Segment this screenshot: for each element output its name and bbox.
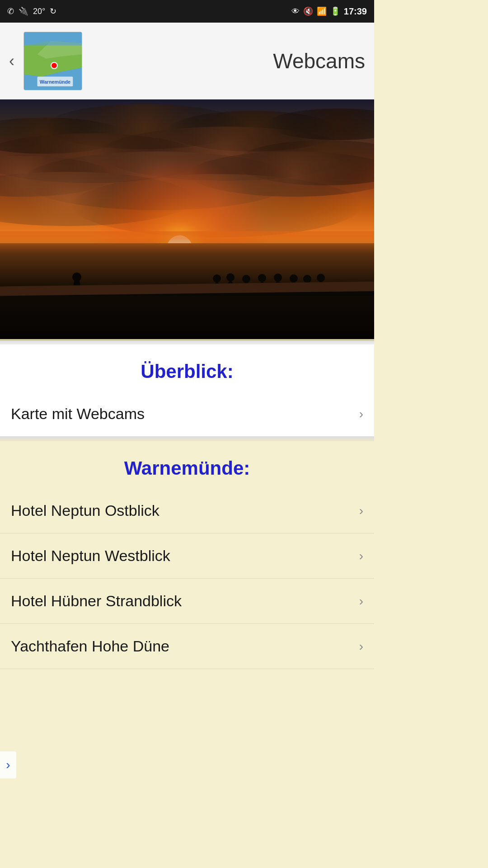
svg-rect-4 <box>24 32 82 46</box>
list-item-hotel-neptun-ostblick[interactable]: Hotel Neptun Ostblick › <box>0 488 374 533</box>
back-button[interactable]: ‹ <box>9 52 14 71</box>
usb-icon: 🔌 <box>19 6 28 16</box>
phone-icon: ✆ <box>7 6 14 16</box>
svg-text:Warnemünde: Warnemünde <box>40 79 70 85</box>
temp-indicator: 20° <box>33 7 45 16</box>
sunset-canvas <box>0 99 374 339</box>
battery-icon: 🔋 <box>330 6 340 16</box>
refresh-icon: ↻ <box>50 6 56 16</box>
list-item-hotel-neptun-westblick[interactable]: Hotel Neptun Westblick › <box>0 533 374 579</box>
hotel-neptun-ostblick-label: Hotel Neptun Ostblick <box>11 502 160 519</box>
status-bar: ✆ 🔌 20° ↻ 👁 🔇 📶 🔋 17:39 <box>0 0 374 23</box>
chevron-right-icon: › <box>359 407 363 421</box>
svg-point-5 <box>51 62 57 68</box>
hotel-huebner-strandblick-label: Hotel Hübner Strandblick <box>11 592 182 610</box>
status-bar-left: ✆ 🔌 20° ↻ <box>7 6 56 16</box>
chevron-right-icon-2: › <box>359 549 363 563</box>
status-bar-right: 👁 🔇 📶 🔋 17:39 <box>291 6 367 17</box>
chevron-right-icon-4: › <box>359 639 363 654</box>
section-divider <box>0 437 374 441</box>
map-thumbnail[interactable]: Warnemünde <box>23 32 82 90</box>
scroll-divider <box>0 341 374 344</box>
side-chevron[interactable]: › <box>0 751 16 778</box>
chevron-right-icon-1: › <box>359 504 363 518</box>
list-item-yachthafen-hohe-duene[interactable]: Yachthafen Hohe Düne › <box>0 624 374 669</box>
hotel-neptun-westblick-label: Hotel Neptun Westblick <box>11 547 170 565</box>
clock: 17:39 <box>344 6 367 17</box>
signal-icon: 📶 <box>317 6 327 16</box>
eye-icon: 👁 <box>291 7 300 16</box>
page-title: Webcams <box>273 49 365 73</box>
list-item-hotel-huebner-strandblick[interactable]: Hotel Hübner Strandblick › <box>0 579 374 624</box>
chevron-right-icon-3: › <box>359 594 363 609</box>
list-item-karte-mit-webcams[interactable]: Karte mit Webcams › <box>0 392 374 437</box>
warnemuende-section: Warnemünde: Hotel Neptun Ostblick › Hote… <box>0 441 374 669</box>
yachthafen-hohe-duene-label: Yachthafen Hohe Düne <box>11 637 169 655</box>
mute-icon: 🔇 <box>303 6 313 16</box>
warnemuende-section-header: Warnemünde: <box>0 441 374 488</box>
list-item-karte-label: Karte mit Webcams <box>11 405 145 423</box>
webcam-image[interactable] <box>0 99 374 339</box>
content-area: › Überblick: Karte mit Webcams › Warnemü… <box>0 344 374 669</box>
overview-section-header: Überblick: <box>0 344 374 392</box>
header: ‹ Warnemünde Webcams <box>0 23 374 99</box>
overview-section: Überblick: Karte mit Webcams › <box>0 344 374 437</box>
